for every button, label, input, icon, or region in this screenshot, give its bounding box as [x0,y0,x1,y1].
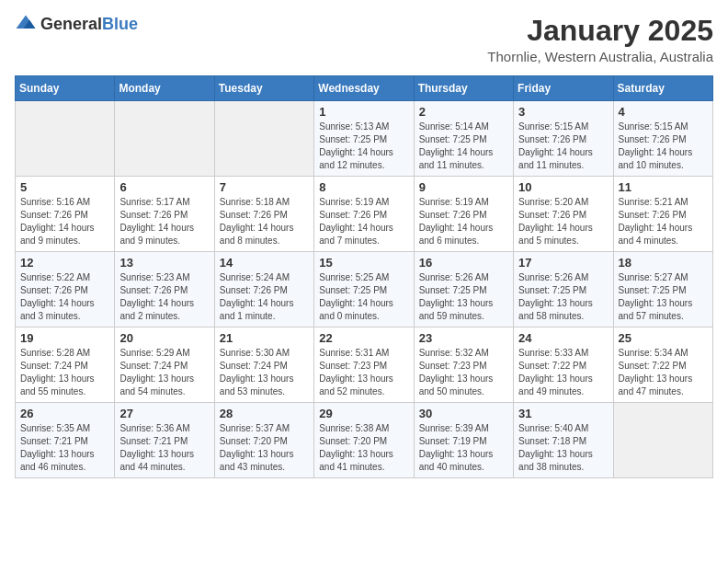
calendar-cell: 20Sunrise: 5:29 AM Sunset: 7:24 PM Dayli… [115,327,214,403]
day-number: 22 [319,331,408,345]
weekday-header-saturday: Saturday [613,76,712,101]
calendar-cell [613,403,712,478]
calendar-cell: 3Sunrise: 5:15 AM Sunset: 7:26 PM Daylig… [514,101,613,177]
day-number: 31 [518,407,608,420]
calendar-cell: 15Sunrise: 5:25 AM Sunset: 7:25 PM Dayli… [314,252,414,327]
day-info: Sunrise: 5:17 AM Sunset: 7:26 PM Dayligh… [119,196,209,247]
day-info: Sunrise: 5:20 AM Sunset: 7:26 PM Dayligh… [518,196,608,247]
calendar-week-row: 12Sunrise: 5:22 AM Sunset: 7:26 PM Dayli… [16,252,713,327]
day-number: 27 [119,407,209,420]
day-info: Sunrise: 5:15 AM Sunset: 7:26 PM Dayligh… [619,121,708,172]
logo-blue-text: Blue [102,15,138,33]
day-number: 12 [20,256,109,270]
day-number: 7 [220,180,309,194]
day-info: Sunrise: 5:16 AM Sunset: 7:26 PM Dayligh… [20,196,109,247]
day-info: Sunrise: 5:25 AM Sunset: 7:25 PM Dayligh… [319,271,408,323]
day-info: Sunrise: 5:24 AM Sunset: 7:26 PM Dayligh… [220,271,309,323]
weekday-header-tuesday: Tuesday [214,76,313,101]
day-info: Sunrise: 5:27 AM Sunset: 7:25 PM Dayligh… [619,271,708,323]
day-info: Sunrise: 5:26 AM Sunset: 7:25 PM Dayligh… [419,271,508,323]
calendar-table: SundayMondayTuesdayWednesdayThursdayFrid… [15,75,713,478]
weekday-header-sunday: Sunday [16,76,115,101]
day-number: 13 [119,256,209,270]
day-info: Sunrise: 5:22 AM Sunset: 7:26 PM Dayligh… [20,271,109,323]
calendar-cell: 26Sunrise: 5:35 AM Sunset: 7:21 PM Dayli… [16,403,115,478]
day-number: 6 [119,180,209,194]
calendar-cell: 14Sunrise: 5:24 AM Sunset: 7:26 PM Dayli… [214,252,313,327]
logo-general-text: General [40,15,102,33]
day-info: Sunrise: 5:38 AM Sunset: 7:20 PM Dayligh… [319,422,408,474]
day-info: Sunrise: 5:34 AM Sunset: 7:22 PM Dayligh… [619,347,708,398]
calendar-cell: 12Sunrise: 5:22 AM Sunset: 7:26 PM Dayli… [16,252,115,327]
day-info: Sunrise: 5:30 AM Sunset: 7:24 PM Dayligh… [220,347,309,398]
calendar-week-row: 19Sunrise: 5:28 AM Sunset: 7:24 PM Dayli… [16,327,713,403]
calendar-week-row: 5Sunrise: 5:16 AM Sunset: 7:26 PM Daylig… [16,177,713,252]
weekday-header-row: SundayMondayTuesdayWednesdayThursdayFrid… [16,76,713,101]
day-number: 10 [518,180,608,194]
calendar-cell: 13Sunrise: 5:23 AM Sunset: 7:26 PM Dayli… [115,252,214,327]
day-info: Sunrise: 5:13 AM Sunset: 7:25 PM Dayligh… [319,121,408,172]
logo: GeneralBlue [15,15,138,34]
day-number: 3 [518,105,608,119]
calendar-cell [214,101,313,177]
calendar-cell: 19Sunrise: 5:28 AM Sunset: 7:24 PM Dayli… [16,327,115,403]
day-info: Sunrise: 5:21 AM Sunset: 7:26 PM Dayligh… [619,196,708,247]
day-number: 17 [518,256,608,270]
calendar-cell [115,101,214,177]
calendar-cell: 10Sunrise: 5:20 AM Sunset: 7:26 PM Dayli… [514,177,613,252]
calendar-cell: 23Sunrise: 5:32 AM Sunset: 7:23 PM Dayli… [414,327,513,403]
calendar-cell: 17Sunrise: 5:26 AM Sunset: 7:25 PM Dayli… [514,252,613,327]
day-info: Sunrise: 5:29 AM Sunset: 7:24 PM Dayligh… [119,347,209,398]
day-number: 18 [619,256,708,270]
day-info: Sunrise: 5:37 AM Sunset: 7:20 PM Dayligh… [220,422,309,474]
day-info: Sunrise: 5:26 AM Sunset: 7:25 PM Dayligh… [518,271,608,323]
day-info: Sunrise: 5:35 AM Sunset: 7:21 PM Dayligh… [20,422,109,474]
day-info: Sunrise: 5:15 AM Sunset: 7:26 PM Dayligh… [518,121,608,172]
day-info: Sunrise: 5:36 AM Sunset: 7:21 PM Dayligh… [119,422,209,474]
day-number: 8 [319,180,408,194]
calendar-cell: 29Sunrise: 5:38 AM Sunset: 7:20 PM Dayli… [314,403,414,478]
page-header: GeneralBlue January 2025 Thornlie, Weste… [15,15,713,64]
day-number: 29 [319,407,408,420]
day-info: Sunrise: 5:31 AM Sunset: 7:23 PM Dayligh… [319,347,408,398]
calendar-cell: 31Sunrise: 5:40 AM Sunset: 7:18 PM Dayli… [514,403,613,478]
calendar-cell: 1Sunrise: 5:13 AM Sunset: 7:25 PM Daylig… [314,101,414,177]
day-info: Sunrise: 5:40 AM Sunset: 7:18 PM Dayligh… [518,422,608,474]
day-number: 1 [319,105,408,119]
day-number: 4 [619,105,708,119]
day-number: 19 [20,331,109,345]
calendar-title: January 2025 [487,15,713,47]
day-number: 16 [419,256,508,270]
day-info: Sunrise: 5:28 AM Sunset: 7:24 PM Dayligh… [20,347,109,398]
title-block: January 2025 Thornlie, Western Australia… [487,15,713,64]
day-info: Sunrise: 5:23 AM Sunset: 7:26 PM Dayligh… [119,271,209,323]
calendar-cell: 27Sunrise: 5:36 AM Sunset: 7:21 PM Dayli… [115,403,214,478]
calendar-cell: 25Sunrise: 5:34 AM Sunset: 7:22 PM Dayli… [613,327,712,403]
day-number: 11 [619,180,708,194]
calendar-week-row: 26Sunrise: 5:35 AM Sunset: 7:21 PM Dayli… [16,403,713,478]
day-number: 2 [419,105,508,119]
day-number: 30 [419,407,508,420]
day-number: 9 [419,180,508,194]
day-info: Sunrise: 5:32 AM Sunset: 7:23 PM Dayligh… [419,347,508,398]
weekday-header-thursday: Thursday [414,76,513,101]
calendar-cell: 4Sunrise: 5:15 AM Sunset: 7:26 PM Daylig… [613,101,712,177]
day-number: 26 [20,407,109,420]
weekday-header-monday: Monday [115,76,214,101]
day-number: 28 [220,407,309,420]
day-number: 23 [419,331,508,345]
calendar-cell: 18Sunrise: 5:27 AM Sunset: 7:25 PM Dayli… [613,252,712,327]
day-info: Sunrise: 5:19 AM Sunset: 7:26 PM Dayligh… [419,196,508,247]
logo-icon [15,14,37,32]
calendar-cell: 7Sunrise: 5:18 AM Sunset: 7:26 PM Daylig… [214,177,313,252]
calendar-subtitle: Thornlie, Western Australia, Australia [487,49,713,64]
calendar-cell: 30Sunrise: 5:39 AM Sunset: 7:19 PM Dayli… [414,403,513,478]
day-number: 15 [319,256,408,270]
calendar-cell: 2Sunrise: 5:14 AM Sunset: 7:25 PM Daylig… [414,101,513,177]
weekday-header-wednesday: Wednesday [314,76,414,101]
calendar-cell: 28Sunrise: 5:37 AM Sunset: 7:20 PM Dayli… [214,403,313,478]
calendar-cell: 5Sunrise: 5:16 AM Sunset: 7:26 PM Daylig… [16,177,115,252]
day-number: 5 [20,180,109,194]
day-info: Sunrise: 5:18 AM Sunset: 7:26 PM Dayligh… [220,196,309,247]
calendar-cell: 21Sunrise: 5:30 AM Sunset: 7:24 PM Dayli… [214,327,313,403]
